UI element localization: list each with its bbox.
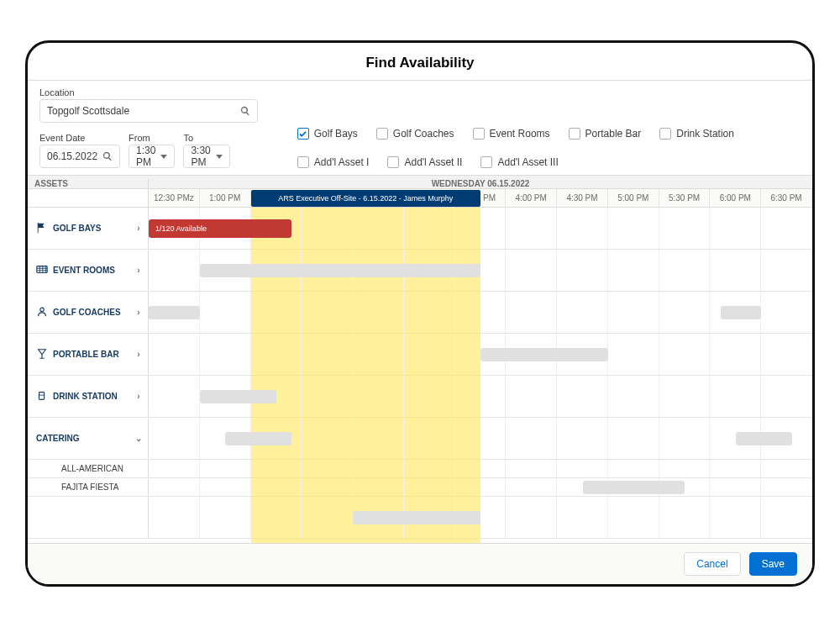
grid-icon <box>36 264 48 276</box>
checkbox-icon <box>659 128 671 140</box>
day-label: WEDNESDAY 06.15.2022 <box>149 179 812 188</box>
asset-label[interactable]: EVENT ROOMS› <box>28 250 149 291</box>
asset-row-all-american: ALL-AMERICAN <box>28 460 812 478</box>
gantt-area: ASSETS WEDNESDAY 06.15.2022 12:30 PMz1:0… <box>28 176 812 543</box>
svg-point-1 <box>40 308 44 311</box>
filters-section: Location Topgolf Scottsdale Event Date 0… <box>28 81 812 176</box>
time-slot: 5:00 PM <box>608 189 659 208</box>
availability-modal: Find Availability Location Topgolf Scott… <box>25 40 815 587</box>
row-canvas <box>149 250 812 291</box>
row-canvas <box>149 460 812 477</box>
save-button[interactable]: Save <box>749 552 797 576</box>
checkbox-icon <box>480 156 492 168</box>
availability-bar[interactable]: 1/120 Available <box>149 219 291 238</box>
to-input[interactable]: 3:30 PM <box>183 145 229 168</box>
from-input[interactable]: 1:30 PM <box>129 145 175 168</box>
time-slot: 1:00 PM <box>200 189 251 208</box>
flag-icon <box>36 222 48 234</box>
asset-checkbox[interactable]: Add'l Asset I <box>297 156 370 168</box>
chevron-right-icon[interactable]: › <box>134 350 143 359</box>
row-canvas <box>149 376 812 417</box>
row-canvas <box>149 292 812 333</box>
chevron-right-icon[interactable]: › <box>134 308 143 317</box>
asset-row-blank <box>28 497 812 539</box>
asset-row-golf-bays: GOLF BAYS›1/120 Available <box>28 208 812 250</box>
row-canvas: 1/120 Available <box>149 208 812 249</box>
asset-label[interactable]: CATERING⌄ <box>28 418 149 459</box>
row-canvas <box>149 497 812 538</box>
asset-label[interactable]: PORTABLE BAR› <box>28 334 149 375</box>
search-icon <box>240 106 250 116</box>
time-slot: 4:00 PM <box>506 189 557 208</box>
busy-bar <box>353 511 480 524</box>
asset-checkbox[interactable]: Drink Station <box>659 128 734 140</box>
checkbox-label: Golf Coaches <box>393 128 454 140</box>
time-slot: 5:30 PM <box>659 189 711 208</box>
asset-checkbox[interactable]: Add'l Asset II <box>387 156 462 168</box>
caret-down-icon <box>216 155 223 159</box>
checkbox-label: Add'l Asset III <box>497 156 558 168</box>
from-label: From <box>129 133 175 143</box>
time-header: 12:30 PMz1:00 PM1:30 PM2:00 PM2:30 PM3:0… <box>149 189 812 208</box>
busy-bar <box>225 432 291 445</box>
asset-label[interactable]: DRINK STATION› <box>28 376 149 417</box>
checkbox-icon <box>569 128 580 140</box>
caret-down-icon <box>160 155 167 159</box>
asset-row-portable-bar: PORTABLE BAR› <box>28 334 812 376</box>
chevron-right-icon[interactable]: › <box>134 224 143 233</box>
modal-footer: Cancel Save <box>28 543 812 584</box>
checkbox-icon <box>473 128 485 140</box>
asset-checkboxes: Golf BaysGolf CoachesEvent RoomsPortable… <box>297 128 801 168</box>
busy-bar <box>583 481 685 494</box>
asset-checkbox[interactable]: Add'l Asset III <box>480 156 558 168</box>
asset-label[interactable]: GOLF COACHES› <box>28 292 149 333</box>
asset-row-fajita-fiesta: FAJITA FIESTA <box>28 478 812 497</box>
asset-label <box>28 497 149 538</box>
cocktail-icon <box>36 348 48 360</box>
time-slot: 6:30 PM <box>761 189 812 208</box>
busy-bar <box>200 264 480 277</box>
busy-bar <box>200 390 276 403</box>
location-label: Location <box>39 87 258 97</box>
checkbox-label: Event Rooms <box>490 128 550 140</box>
cup-icon <box>36 390 48 402</box>
search-icon <box>102 151 113 161</box>
checkbox-label: Golf Bays <box>314 128 358 140</box>
asset-row-catering: CATERING⌄ <box>28 418 812 460</box>
gantt-body: GOLF BAYS›1/120 AvailableEVENT ROOMS›GOL… <box>28 208 812 543</box>
chevron-down-icon[interactable]: ⌄ <box>134 434 143 443</box>
location-input[interactable]: Topgolf Scottsdale <box>39 99 258 123</box>
event-chip[interactable]: ARS Executive Off-Site - 6.15.2022 - Jam… <box>251 190 480 207</box>
cancel-button[interactable]: Cancel <box>684 552 740 576</box>
modal-title: Find Availability <box>28 43 812 81</box>
svg-rect-2 <box>39 393 45 400</box>
busy-bar <box>480 348 608 361</box>
event-date-label: Event Date <box>39 133 120 143</box>
busy-bar <box>149 306 200 319</box>
checkbox-icon <box>297 128 309 140</box>
row-canvas <box>149 334 812 375</box>
asset-checkbox[interactable]: Event Rooms <box>473 128 550 140</box>
row-canvas <box>149 418 812 459</box>
event-date-input[interactable]: 06.15.2022 <box>39 145 120 168</box>
asset-label: FAJITA FIESTA <box>28 478 149 496</box>
asset-checkbox[interactable]: Golf Bays <box>297 128 358 140</box>
asset-label: ALL-AMERICAN <box>28 460 149 477</box>
chevron-right-icon[interactable]: › <box>134 392 143 401</box>
checkbox-icon <box>297 156 309 168</box>
row-canvas <box>149 478 812 496</box>
asset-row-event-rooms: EVENT ROOMS› <box>28 250 812 292</box>
time-slot: 12:30 PMz <box>149 189 200 208</box>
person-icon <box>36 306 48 318</box>
to-label: To <box>183 133 229 143</box>
asset-checkbox[interactable]: Portable Bar <box>569 128 642 140</box>
time-slot: 6:00 PM <box>710 189 761 208</box>
busy-bar <box>721 306 762 319</box>
checkbox-label: Add'l Asset I <box>314 156 370 168</box>
asset-row-drink-station: DRINK STATION› <box>28 376 812 418</box>
checkbox-label: Portable Bar <box>585 128 642 140</box>
checkbox-icon <box>376 128 388 140</box>
asset-checkbox[interactable]: Golf Coaches <box>376 128 454 140</box>
chevron-right-icon[interactable]: › <box>134 266 143 275</box>
asset-label[interactable]: GOLF BAYS› <box>28 208 149 249</box>
